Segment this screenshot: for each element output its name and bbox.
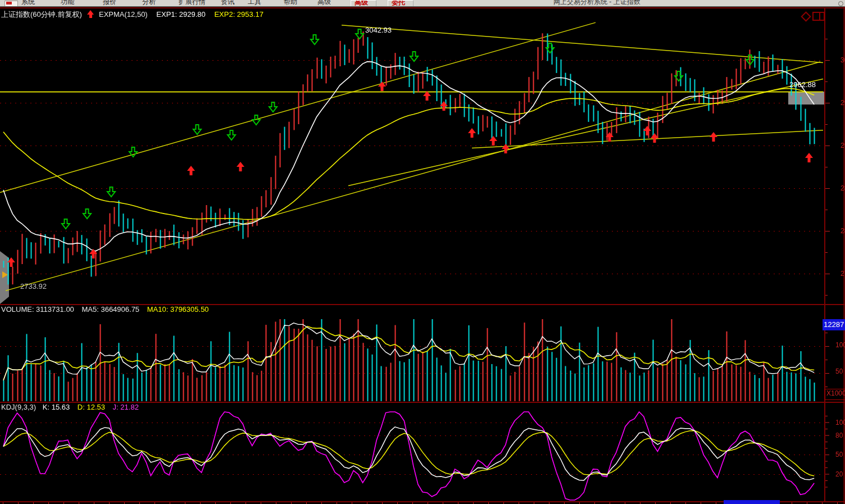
- menu-item-analysis[interactable]: 分析: [142, 0, 156, 7]
- hot-button-1[interactable]: 高级: [351, 0, 376, 7]
- menu-item-quote[interactable]: 报价: [103, 0, 116, 7]
- price-axis-label: 2850: [841, 184, 845, 192]
- hline-price-label: 2962.88: [789, 80, 816, 89]
- menu-item-extended[interactable]: 扩展行情: [179, 0, 206, 7]
- price-axis-label: 2800: [841, 227, 845, 235]
- exp1-value: EXP1: 2929.80: [156, 10, 205, 19]
- kdj-axis-label: 50: [835, 451, 843, 458]
- volume-pane-header: VOLUME: 3113731.00 MA5: 3664906.75 MA10:…: [1, 305, 209, 314]
- menu-item-function[interactable]: 功能: [61, 0, 74, 7]
- volume-axis-label: 100: [835, 341, 845, 349]
- kdj-pane-header: KDJ(9,3,3) K: 15.63 D: 12.53 J: 21.82: [1, 403, 139, 411]
- kdj-j-value: J: 21.82: [113, 403, 139, 411]
- volume-axis-label: 50: [835, 367, 843, 375]
- indicator-label[interactable]: EXPMA(12,50): [99, 10, 148, 19]
- volume-ma10-label: MA10: 3796305.50: [147, 305, 209, 314]
- menu-item-help[interactable]: 帮助: [284, 0, 297, 7]
- peak-price-label: 3042.93: [365, 26, 392, 34]
- exp2-value: EXP2: 2953.17: [214, 10, 263, 19]
- symbol-period-label: 上证指数(60分钟.前复权): [1, 10, 82, 19]
- kdj-axis-label: 80: [835, 432, 843, 439]
- app-logo-icon[interactable]: [4, 1, 18, 7]
- kdj-axis-label: 20: [835, 470, 843, 478]
- menu-bar: 系统 功能 报价 分析 扩展行情 资讯 工具 帮助 高级 高级 委托 网上交易分…: [0, 0, 845, 7]
- menu-corner-icon[interactable]: [838, 1, 843, 6]
- kdj-d-value: D: 12.53: [78, 403, 105, 411]
- volume-multiplier-label: X10000: [825, 389, 845, 400]
- volume-value-label[interactable]: VOLUME: 3113731.00: [1, 305, 74, 314]
- volume-ma5-label: MA5: 3664906.75: [81, 305, 139, 314]
- up-arrow-icon: [87, 10, 94, 18]
- window-title: 网上交易分析系统 - 上证指数: [553, 0, 640, 7]
- timeline-date-box: [724, 500, 780, 504]
- price-pane-header: 上证指数(60分钟.前复权) EXPMA(12,50) EXP1: 2929.8…: [1, 10, 264, 20]
- price-axis-label: 2950: [841, 99, 845, 107]
- app-root: { "app": { "menu": ["系统","功能","报价","分析",…: [0, 0, 845, 504]
- kdj-k-value: K: 15.63: [43, 403, 70, 411]
- window-split-icon[interactable]: [812, 12, 825, 21]
- chart-canvas[interactable]: [0, 0, 845, 504]
- hot-button-2[interactable]: 委托: [388, 0, 414, 7]
- price-axis-label: 2900: [841, 142, 845, 149]
- logo-mark-icon: [6, 2, 12, 4]
- price-axis-label: 2750: [841, 270, 845, 278]
- volume-max-badge: 12287: [823, 319, 845, 330]
- low-price-label: 2733.92: [20, 282, 47, 290]
- price-axis-label: 3000: [841, 56, 845, 64]
- menu-item-news[interactable]: 资讯: [221, 0, 234, 7]
- kdj-indicator-label[interactable]: KDJ(9,3,3): [1, 403, 36, 411]
- menu-item-system[interactable]: 系统: [21, 0, 35, 7]
- menu-item-tools[interactable]: 工具: [248, 0, 261, 7]
- menu-item-advanced[interactable]: 高级: [317, 0, 331, 7]
- kdj-axis-label: 100: [835, 419, 845, 426]
